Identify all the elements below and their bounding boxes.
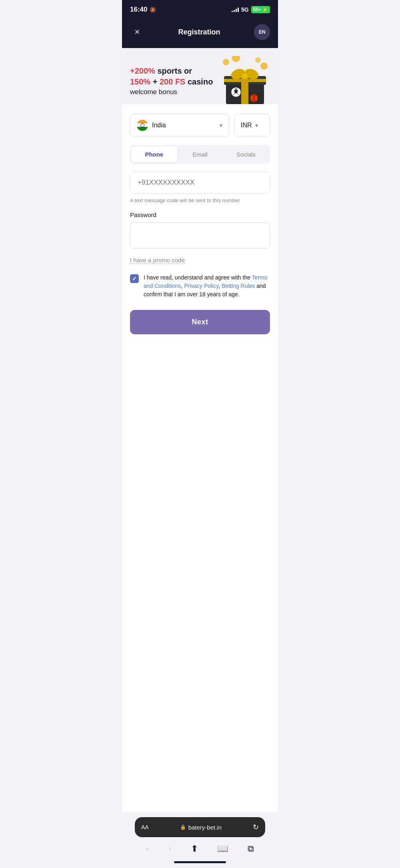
india-flag-icon — [137, 120, 148, 131]
url-bar[interactable]: 🔒 batery-bet.in — [154, 824, 248, 831]
phone-input[interactable] — [138, 179, 262, 187]
promo-welcome: welcome bonus — [130, 88, 218, 96]
app-header: × Registration EN — [122, 18, 278, 48]
chevron-down-icon: ▾ — [255, 122, 258, 129]
promo-line2: 150% + 200 FS casino — [130, 77, 218, 86]
battery-indicator: 55+ ⚡ — [251, 6, 270, 13]
country-selector[interactable]: India ▾ — [130, 114, 229, 137]
promo-line1: +200% sports or — [130, 66, 218, 76]
promo-banner: +200% sports or 150% + 200 FS casino wel… — [122, 48, 278, 104]
page-title: Registration — [178, 28, 220, 36]
phone-input-wrapper[interactable] — [130, 172, 270, 193]
browser-bar: AA 🔒 batery-bet.in ↻ — [135, 817, 265, 837]
checkmark-icon: ✓ — [132, 275, 137, 282]
password-input[interactable] — [138, 231, 262, 239]
terms-row: ✓ I have read, understand and agree with… — [130, 273, 270, 299]
promo-code-link[interactable]: I have a promo code — [130, 257, 185, 264]
currency-label: INR — [241, 122, 252, 129]
status-right: 5G 55+ ⚡ — [232, 6, 270, 13]
next-button[interactable]: Next — [130, 310, 270, 334]
password-input-wrapper[interactable] — [130, 222, 270, 249]
svg-point-3 — [260, 62, 268, 70]
browser-area: AA 🔒 batery-bet.in ↻ ‹ › ⬆ 📖 ⧉ — [122, 812, 278, 868]
terms-text: I have read, understand and agree with t… — [144, 273, 270, 299]
svg-rect-7 — [241, 85, 248, 104]
promo-text: +200% sports or 150% + 200 FS casino wel… — [130, 66, 218, 104]
terms-link2[interactable]: Privacy Policy — [184, 283, 218, 289]
network-label: 5G — [241, 6, 249, 13]
svg-point-0 — [223, 59, 229, 65]
gift-graphic — [218, 56, 270, 104]
bell-slash-icon: 🔕 — [150, 7, 156, 13]
password-label: Password — [130, 211, 270, 218]
chevron-down-icon: ▾ — [220, 122, 222, 129]
lock-icon: 🔒 — [180, 824, 186, 830]
bolt-icon: ⚡ — [262, 7, 268, 12]
tab-bar: Phone Email Socials — [130, 145, 270, 164]
terms-link3[interactable]: Betting Rules — [222, 283, 255, 289]
home-indicator — [174, 861, 226, 863]
close-button[interactable]: × — [130, 25, 144, 39]
share-button[interactable]: ⬆ — [191, 844, 198, 854]
currency-selector[interactable]: INR ▾ — [234, 114, 270, 137]
svg-point-13 — [250, 94, 258, 102]
main-content: India ▾ INR ▾ Phone Email Socials A text… — [122, 104, 278, 812]
status-bar: 16:40 🔕 5G 55+ ⚡ — [122, 0, 278, 18]
text-size-button[interactable]: AA — [141, 824, 149, 830]
selector-row: India ▾ INR ▾ — [130, 114, 270, 137]
bottom-nav: ‹ › ⬆ 📖 ⧉ — [128, 837, 272, 858]
gift-svg — [218, 56, 270, 104]
bookmarks-button[interactable]: 📖 — [217, 844, 228, 854]
tab-socials[interactable]: Socials — [223, 146, 269, 163]
tab-email[interactable]: Email — [177, 146, 223, 163]
phone-hint: A text message code will be sent to this… — [130, 197, 270, 203]
forward-button[interactable]: › — [168, 844, 171, 854]
reload-button[interactable]: ↻ — [253, 823, 259, 832]
svg-point-11 — [242, 73, 248, 79]
language-button[interactable]: EN — [254, 24, 270, 40]
tabs-button[interactable]: ⧉ — [248, 844, 254, 854]
status-time: 16:40 🔕 — [130, 6, 156, 14]
svg-point-2 — [255, 57, 261, 63]
terms-checkbox[interactable]: ✓ — [130, 274, 139, 283]
country-name: India — [152, 122, 216, 129]
tab-phone[interactable]: Phone — [131, 146, 177, 163]
signal-bars — [232, 7, 239, 12]
back-button[interactable]: ‹ — [146, 844, 149, 854]
svg-point-1 — [232, 56, 240, 62]
svg-rect-8 — [224, 79, 266, 82]
